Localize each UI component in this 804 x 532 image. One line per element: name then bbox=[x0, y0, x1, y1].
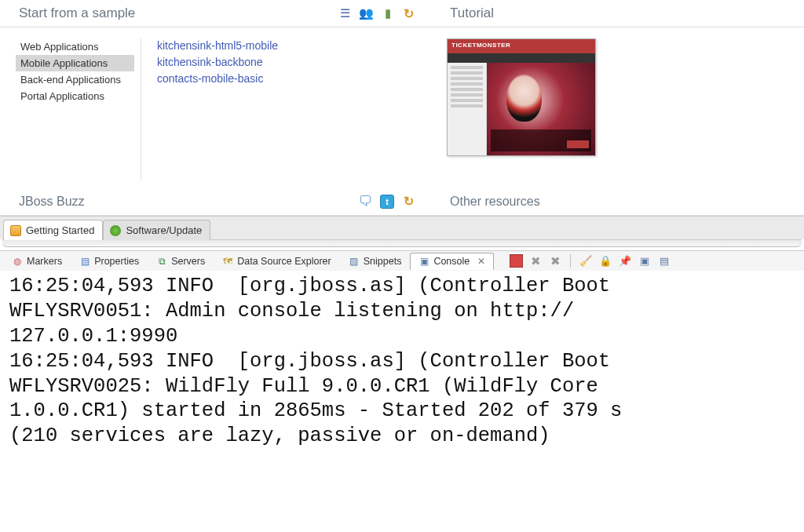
device-icon[interactable]: ▮ bbox=[381, 7, 394, 20]
pin-console-button[interactable]: 📌 bbox=[618, 254, 631, 268]
tutorial-title: Tutorial bbox=[450, 5, 494, 21]
thumb-title: TICKETMONSTER bbox=[448, 39, 595, 53]
display-console-button[interactable]: ▣ bbox=[638, 254, 651, 268]
tutorial-header: Tutorial bbox=[436, 0, 804, 27]
sample-header-icons: ☰ 👥 ▮ ↻ bbox=[338, 7, 425, 20]
doc-icon bbox=[10, 225, 21, 236]
snippets-icon: ▨ bbox=[349, 256, 360, 267]
view-label: Data Source Explorer bbox=[237, 256, 331, 267]
datasource-icon: 🗺 bbox=[222, 256, 233, 267]
buzz-header: JBoss Buzz 🗨 t ↻ bbox=[0, 188, 436, 215]
sample-link[interactable]: kitchensink-backbone bbox=[157, 55, 278, 69]
sample-header: Start from a sample ☰ 👥 ▮ ↻ bbox=[0, 0, 436, 27]
view-servers[interactable]: ⧉ Servers bbox=[148, 253, 214, 270]
tab-getting-started[interactable]: Getting Started bbox=[3, 220, 103, 240]
people-icon[interactable]: 👥 bbox=[360, 7, 373, 20]
category-item[interactable]: Mobile Applications bbox=[16, 55, 134, 71]
tutorial-section: Tutorial TICKETMONSTER bbox=[436, 0, 804, 215]
console-toolbar: ✖ ✖ 🧹 🔒 📌 ▣ ▤ bbox=[510, 254, 671, 268]
sample-title: Start from a sample bbox=[19, 5, 135, 21]
console-icon: ▣ bbox=[418, 256, 429, 267]
tutorial-body: TICKETMONSTER bbox=[436, 27, 804, 188]
servers-icon: ⧉ bbox=[156, 256, 167, 267]
thumb-hero bbox=[487, 63, 595, 155]
sample-link[interactable]: contacts-mobile-basic bbox=[157, 71, 278, 86]
panel-divider[interactable] bbox=[2, 239, 802, 247]
editor-tabbar: Getting Started Software/Update bbox=[0, 216, 804, 239]
category-item[interactable]: Back-end Applications bbox=[16, 71, 134, 88]
terminate-button[interactable] bbox=[510, 254, 523, 268]
clear-console-button[interactable]: 🧹 bbox=[579, 254, 592, 268]
close-icon[interactable]: ✕ bbox=[477, 256, 485, 267]
tab-label: Software/Update bbox=[126, 224, 202, 236]
view-label: Servers bbox=[171, 256, 205, 267]
category-list: Web Applications Mobile Applications Bac… bbox=[16, 38, 141, 180]
view-console[interactable]: ▣ Console ✕ bbox=[410, 253, 494, 270]
thumb-nav bbox=[448, 53, 595, 63]
sample-section: Start from a sample ☰ 👥 ▮ ↻ Web Applicat… bbox=[0, 0, 436, 215]
remove-all-button[interactable]: ✖ bbox=[549, 254, 562, 268]
category-item[interactable]: Portal Applications bbox=[16, 88, 134, 104]
sample-list: kitchensink-html5-mobile kitchensink-bac… bbox=[141, 38, 278, 180]
tab-software-update[interactable]: Software/Update bbox=[103, 220, 210, 240]
category-item[interactable]: Web Applications bbox=[16, 38, 134, 55]
tab-label: Getting Started bbox=[26, 224, 94, 236]
buzz-title: JBoss Buzz bbox=[19, 195, 85, 209]
view-label: Console bbox=[433, 256, 470, 267]
update-icon bbox=[110, 225, 121, 236]
open-console-button[interactable]: ▤ bbox=[657, 254, 671, 268]
other-header: Other resources bbox=[436, 188, 804, 215]
sample-body: Web Applications Mobile Applications Bac… bbox=[0, 27, 436, 188]
view-properties[interactable]: ▤ Properties bbox=[71, 253, 148, 270]
console-output[interactable]: 16:25:04,593 INFO [org.jboss.as] (Contro… bbox=[0, 271, 804, 452]
tutorial-thumbnail[interactable]: TICKETMONSTER bbox=[447, 38, 596, 156]
sample-link[interactable]: kitchensink-html5-mobile bbox=[157, 38, 278, 53]
other-title: Other resources bbox=[450, 195, 540, 209]
properties-icon: ▤ bbox=[79, 256, 90, 267]
views-tabbar: ◍ Markers ▤ Properties ⧉ Servers 🗺 Data … bbox=[0, 250, 804, 271]
twitter-icon[interactable]: t bbox=[380, 195, 394, 209]
view-label: Properties bbox=[94, 256, 139, 267]
welcome-panel: Start from a sample ☰ 👥 ▮ ↻ Web Applicat… bbox=[0, 0, 804, 216]
view-snippets[interactable]: ▨ Snippets bbox=[340, 253, 411, 270]
comments-icon[interactable]: 🗨 bbox=[359, 195, 372, 208]
buzz-icons: 🗨 t ↻ bbox=[359, 195, 425, 209]
view-markers[interactable]: ◍ Markers bbox=[3, 253, 71, 270]
thumb-sidebar bbox=[448, 63, 487, 155]
remove-launch-button[interactable]: ✖ bbox=[529, 254, 543, 268]
markers-icon: ◍ bbox=[12, 256, 23, 267]
refresh-icon[interactable]: ↻ bbox=[402, 7, 415, 20]
scroll-lock-button[interactable]: 🔒 bbox=[598, 254, 612, 268]
view-label: Snippets bbox=[364, 256, 402, 267]
view-data-source-explorer[interactable]: 🗺 Data Source Explorer bbox=[214, 253, 340, 270]
list-icon[interactable]: ☰ bbox=[338, 7, 352, 20]
view-label: Markers bbox=[27, 256, 62, 267]
refresh-icon[interactable]: ↻ bbox=[402, 195, 415, 208]
